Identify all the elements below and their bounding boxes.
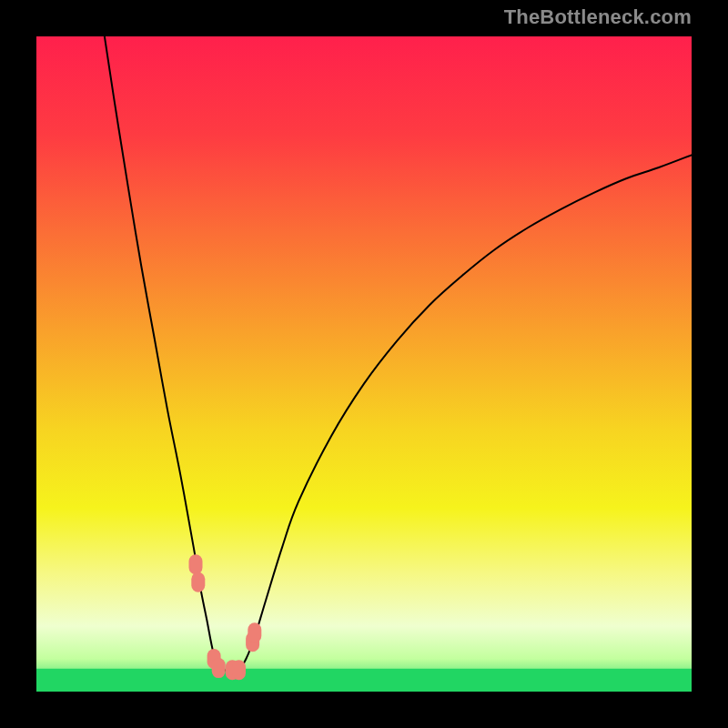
highlight-markers (36, 36, 692, 692)
marker-point (248, 622, 261, 642)
marker-point (212, 658, 226, 678)
watermark-text: TheBottleneck.com (504, 5, 692, 29)
plot-area (36, 36, 692, 692)
chart-frame: TheBottleneck.com (0, 0, 728, 728)
marker-point (189, 554, 203, 574)
marker-point (191, 572, 205, 592)
marker-point (232, 660, 246, 680)
